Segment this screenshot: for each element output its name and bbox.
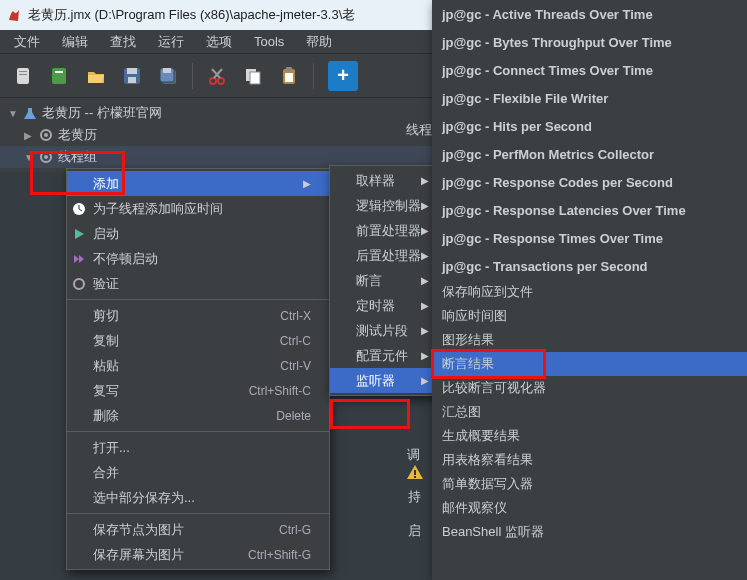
sm2-label: 简单数据写入器: [442, 475, 533, 493]
sm2-jp-transactions[interactable]: jp@gc - Transactions per Second: [432, 252, 747, 280]
new-file-icon[interactable]: [8, 60, 40, 92]
save-icon[interactable]: [116, 60, 148, 92]
sm2-jp-connect-times[interactable]: jp@gc - Connect Times Over Time: [432, 56, 747, 84]
cm-label: 启动: [93, 225, 119, 243]
sm2-save-response-file[interactable]: 保存响应到文件: [432, 280, 747, 304]
cut-icon[interactable]: [201, 60, 233, 92]
svg-rect-7: [128, 77, 136, 83]
chevron-right-icon: ▶: [421, 275, 429, 286]
sm2-label: jp@gc - Response Times Over Time: [442, 231, 663, 246]
twisty-icon[interactable]: ▼: [8, 108, 18, 119]
sm2-compare-assertion[interactable]: 比较断言可视化器: [432, 376, 747, 400]
copy-icon[interactable]: [237, 60, 269, 92]
warning-icon: [406, 463, 424, 481]
sm1-label: 配置元件: [356, 347, 408, 365]
svg-rect-17: [285, 73, 293, 82]
svg-point-21: [44, 155, 48, 159]
shortcut: Ctrl-C: [280, 334, 311, 348]
sm2-assertion-results[interactable]: 断言结果: [432, 352, 747, 376]
sm2-graph-results[interactable]: 图形结果: [432, 328, 747, 352]
shortcut: Ctrl-V: [280, 359, 311, 373]
sm2-jp-response-latencies[interactable]: jp@gc - Response Latencies Over Time: [432, 196, 747, 224]
sm2-simple-data-writer[interactable]: 简单数据写入器: [432, 472, 747, 496]
sm2-jp-hits-per-second[interactable]: jp@gc - Hits per Second: [432, 112, 747, 140]
paste-icon[interactable]: [273, 60, 305, 92]
chevron-right-icon: ▶: [421, 375, 429, 386]
menu-file[interactable]: 文件: [4, 31, 50, 53]
cm-open[interactable]: 打开...: [67, 435, 329, 460]
svg-rect-22: [414, 470, 416, 475]
twisty-icon[interactable]: ▶: [24, 130, 34, 141]
panel-hold-label: 持: [408, 488, 421, 506]
open-icon[interactable]: [80, 60, 112, 92]
cm-merge[interactable]: 合并: [67, 460, 329, 485]
toolbar-sep: [313, 63, 314, 89]
shortcut: Ctrl-G: [279, 523, 311, 537]
save-all-icon[interactable]: [152, 60, 184, 92]
sm2-label: 保存响应到文件: [442, 283, 533, 301]
sm2-label: 比较断言可视化器: [442, 379, 546, 397]
cm-label: 验证: [93, 275, 119, 293]
sm2-label: 图形结果: [442, 331, 494, 349]
sm1-label: 前置处理器: [356, 222, 421, 240]
cm-save-screen-img[interactable]: 保存屏幕为图片Ctrl+Shift-G: [67, 542, 329, 567]
cm-delete[interactable]: 删除Delete: [67, 403, 329, 428]
cm-label: 合并: [93, 464, 119, 482]
menu-run[interactable]: 运行: [148, 31, 194, 53]
panel-thread-label: 线程: [406, 121, 432, 139]
app-icon: [6, 7, 22, 23]
twisty-icon[interactable]: ▼: [24, 152, 34, 163]
svg-point-19: [44, 133, 48, 137]
chevron-right-icon: ▶: [303, 178, 311, 189]
cm-copy[interactable]: 复制Ctrl-C: [67, 328, 329, 353]
svg-rect-0: [17, 68, 29, 84]
cm-paste[interactable]: 粘贴Ctrl-V: [67, 353, 329, 378]
sm2-mailer-visualizer[interactable]: 邮件观察仪: [432, 496, 747, 520]
cm-save-node-img[interactable]: 保存节点为图片Ctrl-G: [67, 517, 329, 542]
sm2-label: jp@gc - Hits per Second: [442, 119, 592, 134]
cm-add-resp-time[interactable]: 为子线程添加响应时间: [67, 196, 329, 221]
cm-duplicate[interactable]: 复写Ctrl+Shift-C: [67, 378, 329, 403]
sm2-view-results-table[interactable]: 用表格察看结果: [432, 448, 747, 472]
svg-rect-2: [19, 74, 27, 75]
menu-search[interactable]: 查找: [100, 31, 146, 53]
sm2-jp-bytes-throughput[interactable]: jp@gc - Bytes Throughput Over Time: [432, 28, 747, 56]
sm2-response-time-graph[interactable]: 响应时间图: [432, 304, 747, 328]
sm2-jp-flexible-file-writer[interactable]: jp@gc - Flexible File Writer: [432, 84, 747, 112]
menu-tools[interactable]: Tools: [244, 32, 294, 51]
panel-tune-label: 调: [407, 446, 420, 464]
sm2-jp-response-times[interactable]: jp@gc - Response Times Over Time: [432, 224, 747, 252]
cm-add[interactable]: 添加 ▶: [67, 171, 329, 196]
toolbar-sep: [192, 63, 193, 89]
templates-icon[interactable]: [44, 60, 76, 92]
add-button[interactable]: +: [328, 61, 358, 91]
submenu-listener: jp@gc - Active Threads Over Time jp@gc -…: [432, 0, 747, 580]
cm-label: 删除: [93, 407, 119, 425]
play-icon: [71, 226, 87, 242]
shortcut: Ctrl-X: [280, 309, 311, 323]
sm1-label: 定时器: [356, 297, 395, 315]
cm-save-selection[interactable]: 选中部分保存为...: [67, 485, 329, 510]
sm2-jp-active-threads[interactable]: jp@gc - Active Threads Over Time: [432, 0, 747, 28]
sm1-label: 取样器: [356, 172, 395, 190]
cm-cut[interactable]: 剪切Ctrl-X: [67, 303, 329, 328]
sm2-jp-perfmon[interactable]: jp@gc - PerfMon Metrics Collector: [432, 140, 747, 168]
cm-start-no-pause[interactable]: 不停顿启动: [67, 246, 329, 271]
cm-label: 选中部分保存为...: [93, 489, 195, 507]
cm-start[interactable]: 启动: [67, 221, 329, 246]
svg-point-11: [210, 78, 216, 84]
sm2-summary-report[interactable]: 生成概要结果: [432, 424, 747, 448]
cm-validate[interactable]: 验证: [67, 271, 329, 296]
menu-edit[interactable]: 编辑: [52, 31, 98, 53]
sm2-beanshell-listener[interactable]: BeanShell 监听器: [432, 520, 747, 544]
panel-start-label: 启: [408, 522, 421, 540]
chevron-right-icon: ▶: [421, 325, 429, 336]
menu-options[interactable]: 选项: [196, 31, 242, 53]
menu-help[interactable]: 帮助: [296, 31, 342, 53]
sm2-jp-response-codes[interactable]: jp@gc - Response Codes per Second: [432, 168, 747, 196]
sm1-label: 后置处理器: [356, 247, 421, 265]
gear-icon: [38, 149, 54, 165]
sm2-label: 邮件观察仪: [442, 499, 507, 517]
cm-label: 保存节点为图片: [93, 521, 184, 539]
sm2-aggregate-graph[interactable]: 汇总图: [432, 400, 747, 424]
